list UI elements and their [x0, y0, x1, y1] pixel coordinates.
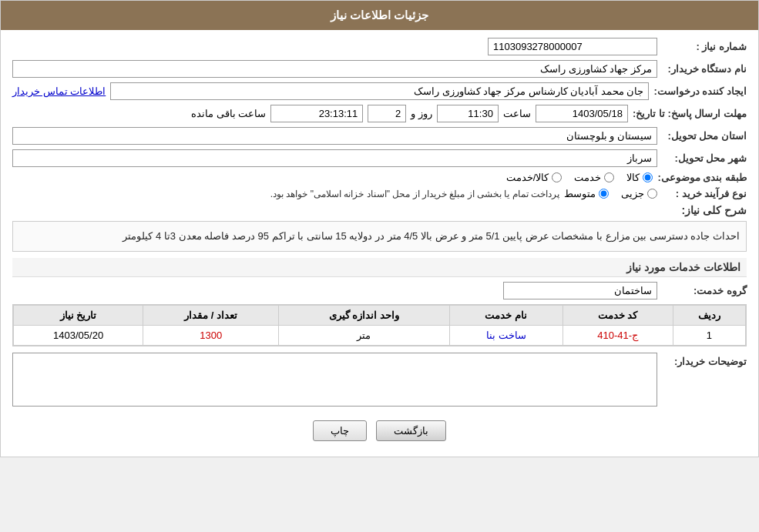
ettelaat-tamas-link[interactable]: اطلاعات تماس خریدار	[12, 85, 106, 97]
nooe-farayand-row: نوع فرآیند خرید : جزیی متوسط پرداخت تمام…	[12, 188, 747, 199]
shomare-niaz-value: 1103093278000007	[488, 38, 657, 55]
tabaqe-kala-label: کالا	[626, 172, 640, 183]
ijad-konande-row: ایجاد کننده درخواست: جان محمد آبادیان کا…	[12, 82, 747, 100]
services-table-wrapper: ردیف کد خدمت نام خدمت واحد اندازه گیری ت…	[12, 304, 747, 346]
cell-vahed: متر	[279, 326, 450, 346]
farayand-motavaset[interactable]: متوسط	[564, 188, 609, 199]
sharh-text: احداث جاده دسترسی بین مزارع با مشخصات عر…	[19, 228, 740, 245]
tabaqe-kala-khedmat[interactable]: کالا/خدمت	[506, 172, 563, 183]
sharh-label: شرح کلی نیاز:	[662, 204, 747, 216]
nam-dastgah-value: مرکز جهاد کشاورزی راسک	[12, 60, 657, 78]
farayand-jozi-radio[interactable]	[647, 189, 657, 199]
col-nam: نام خدمت	[449, 306, 563, 326]
mohlat-label: مهلت ارسال پاسخ: تا تاریخ:	[633, 108, 747, 119]
rooz-label: روز و	[411, 108, 432, 119]
tabaqe-kala-khedmat-label: کالا/خدمت	[506, 172, 549, 183]
farayand-notice: پرداخت تمام یا بخشی از مبلغ خریدار از مح…	[270, 189, 559, 199]
tabaqe-khedmat[interactable]: خدمت	[574, 172, 614, 183]
cell-tedad: 1300	[143, 326, 279, 346]
saat-value: 11:30	[437, 105, 499, 122]
rooz-value: 2	[368, 105, 406, 122]
sharh-label-row: شرح کلی نیاز:	[12, 204, 747, 216]
tabaqe-khedmat-label: خدمت	[574, 172, 601, 183]
shomare-niaz-label: شماره نیاز :	[662, 41, 747, 52]
mohlat-row: مهلت ارسال پاسخ: تا تاریخ: 1403/05/18 سا…	[12, 105, 747, 122]
shomare-niaz-row: شماره نیاز : 1103093278000007	[12, 38, 747, 55]
table-row: 1 ج-41-410 ساخت بنا متر 1300 1403/05/20	[14, 326, 746, 346]
farayand-motavaset-radio[interactable]	[599, 189, 609, 199]
farayand-motavaset-label: متوسط	[564, 188, 596, 199]
page-header: جزئیات اطلاعات نیاز	[1, 1, 758, 30]
shahr-row: شهر محل تحویل: سرباز	[12, 149, 747, 167]
col-tedad: تعداد / مقدار	[143, 306, 279, 326]
tosaif-textarea[interactable]	[12, 353, 657, 407]
ostan-value: سیستان و بلوچستان	[12, 127, 657, 145]
grooh-label: گروه خدمت:	[662, 285, 747, 296]
col-tarikh: تاریخ نیاز	[14, 306, 143, 326]
cell-tarikh: 1403/05/20	[14, 326, 143, 346]
tosaif-label: توضیحات خریدار:	[662, 356, 747, 367]
ostan-row: استان محل تحویل: سیستان و بلوچستان	[12, 127, 747, 145]
cell-radif: 1	[673, 326, 745, 346]
khadamat-title: اطلاعات خدمات مورد نیاز	[12, 258, 747, 277]
col-vahed: واحد اندازه گیری	[279, 306, 450, 326]
farayand-jozi-label: جزیی	[621, 188, 644, 199]
cell-kod: ج-41-410	[563, 326, 673, 346]
ostan-label: استان محل تحویل:	[662, 130, 747, 142]
col-kod: کد خدمت	[563, 306, 673, 326]
nam-dastgah-label: نام دستگاه خریدار:	[662, 63, 747, 75]
tabaqe-options: کالا خدمت کالا/خدمت	[506, 172, 653, 183]
grooh-value: ساختمان	[503, 282, 657, 299]
tabaqe-khedmat-radio[interactable]	[604, 172, 614, 182]
baqi-mande-value: 23:13:11	[270, 105, 363, 122]
farayand-jozi[interactable]: جزیی	[621, 188, 657, 199]
tabaqe-label: طبقه بندی موضوعی:	[657, 172, 747, 183]
sharh-section: شرح کلی نیاز: احداث جاده دسترسی بین مزار…	[12, 204, 747, 252]
nam-dastgah-row: نام دستگاه خریدار: مرکز جهاد کشاورزی راس…	[12, 60, 747, 78]
khadamat-section: اطلاعات خدمات مورد نیاز گروه خدمت: ساختم…	[12, 258, 747, 346]
date-value: 1403/05/18	[536, 105, 628, 122]
ijad-konande-label: ایجاد کننده درخواست:	[653, 85, 747, 97]
col-radif: ردیف	[673, 306, 745, 326]
tabaqe-kala[interactable]: کالا	[626, 172, 653, 183]
header-title: جزئیات اطلاعات نیاز	[331, 8, 428, 22]
nooe-farayand-options: جزیی متوسط	[564, 188, 657, 199]
shahr-label: شهر محل تحویل:	[662, 152, 747, 164]
nooe-farayand-label: نوع فرآیند خرید :	[662, 188, 747, 199]
table-header-row: ردیف کد خدمت نام خدمت واحد اندازه گیری ت…	[14, 306, 746, 326]
back-button[interactable]: بازگشت	[376, 420, 446, 441]
services-table: ردیف کد خدمت نام خدمت واحد اندازه گیری ت…	[13, 305, 746, 346]
saat-label: ساعت	[503, 108, 531, 119]
print-button[interactable]: چاپ	[313, 420, 367, 441]
tabaqe-row: طبقه بندی موضوعی: کالا خدمت کالا/خدمت	[12, 172, 747, 183]
cell-nam: ساخت بنا	[449, 326, 563, 346]
grooh-row: گروه خدمت: ساختمان	[12, 282, 747, 299]
content-area: شماره نیاز : 1103093278000007 نام دستگاه…	[1, 30, 758, 457]
sharh-description-box: احداث جاده دسترسی بین مزارع با مشخصات عر…	[12, 221, 747, 252]
ijad-konande-value: جان محمد آبادیان کارشناس مرکز جهاد کشاور…	[110, 82, 649, 100]
page-wrapper: جزئیات اطلاعات نیاز شماره نیاز : 1103093…	[0, 0, 759, 457]
baqi-mande-label: ساعت باقی مانده	[191, 108, 266, 119]
shahr-value: سرباز	[12, 149, 657, 167]
tabaqe-kala-radio[interactable]	[643, 172, 653, 182]
button-row: بازگشت چاپ	[12, 413, 747, 449]
tabaqe-kala-khedmat-radio[interactable]	[552, 172, 562, 182]
buyer-desc-section: توضیحات خریدار:	[12, 353, 747, 407]
